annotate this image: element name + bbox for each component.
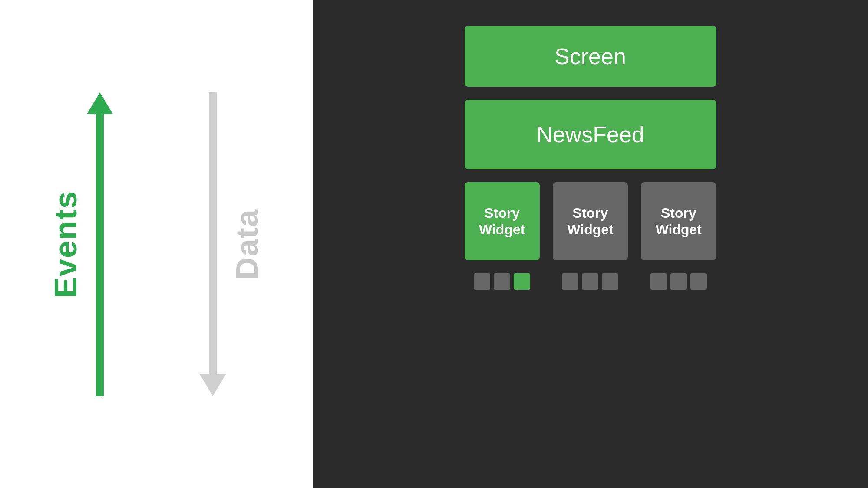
data-arrow-down (200, 92, 226, 396)
dot-1-1 (474, 273, 490, 290)
dot-3-3 (690, 273, 707, 290)
dots-group-3 (641, 273, 716, 290)
story-widgets-row: StoryWidget StoryWidget StoryWidget (465, 182, 716, 260)
story-widget-2-label: StoryWidget (567, 205, 613, 238)
dot-2-3 (602, 273, 618, 290)
arrow-up-head (87, 92, 113, 114)
story-widget-3: StoryWidget (641, 182, 716, 260)
right-panel: Screen NewsFeed StoryWidget StoryWidget … (313, 0, 868, 488)
arrow-down-shaft (209, 92, 217, 374)
story-widget-1-label: StoryWidget (479, 205, 525, 238)
story-widget-1: StoryWidget (465, 182, 540, 260)
dot-1-2 (494, 273, 510, 290)
screen-box: Screen (465, 26, 716, 87)
dot-3-2 (670, 273, 687, 290)
arrow-down-head (200, 374, 226, 396)
arrow-up-shaft (96, 114, 104, 396)
dot-1-3 (514, 273, 530, 290)
dot-2-2 (582, 273, 598, 290)
events-label: Events (48, 190, 83, 298)
left-panel: Events Data (0, 0, 313, 488)
data-label: Data (229, 208, 265, 279)
dot-3-1 (650, 273, 667, 290)
dots-group-1 (465, 273, 540, 290)
newsfeed-label: NewsFeed (536, 121, 644, 147)
dot-2-1 (562, 273, 578, 290)
story-widget-3-label: StoryWidget (656, 205, 702, 238)
events-arrow-up (87, 92, 113, 396)
dots-row (465, 273, 716, 290)
arrows-container: Events Data (87, 92, 226, 396)
dots-group-2 (553, 273, 628, 290)
newsfeed-box: NewsFeed (465, 100, 716, 169)
screen-label: Screen (554, 43, 626, 69)
story-widget-2: StoryWidget (553, 182, 628, 260)
